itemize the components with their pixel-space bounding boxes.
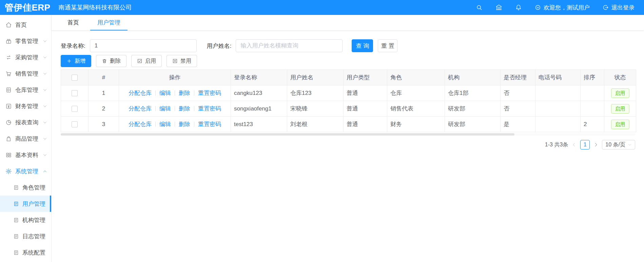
sidebar-item-label: 仓库管理 — [15, 86, 43, 94]
row-checkbox[interactable] — [72, 121, 78, 127]
op-assign-warehouse-link[interactable]: 分配仓库 — [129, 89, 152, 97]
sidebar-item-basedata[interactable]: 基本资料 — [0, 147, 51, 163]
doc-icon — [13, 217, 19, 223]
row-checkbox[interactable] — [72, 106, 78, 112]
row-checkbox[interactable] — [72, 90, 78, 96]
col-header-status: 状态 — [604, 70, 636, 85]
chevron-left-icon[interactable] — [572, 142, 577, 147]
add-button[interactable]: 新增 — [61, 55, 91, 67]
cell-phone — [535, 117, 581, 132]
sidebar-item-purchase[interactable]: 采购管理 — [0, 49, 51, 65]
purchase-icon — [5, 54, 12, 61]
cell-ops: 分配仓库编辑删除重置密码 — [119, 85, 231, 101]
app-logo: 管伊佳ERP — [0, 2, 55, 14]
sidebar-item-finance[interactable]: 财务管理 — [0, 98, 51, 114]
col-header-sort: 排序 — [581, 70, 604, 85]
table-header-row: #操作登录名称用户姓名用户类型角色机构是否经理电话号码排序状态 — [61, 70, 636, 85]
cell-role: 仓库 — [387, 85, 445, 101]
op-assign-warehouse-link[interactable]: 分配仓库 — [129, 105, 152, 113]
cell-num: 1 — [89, 85, 119, 101]
op-edit-link[interactable]: 编辑 — [159, 89, 171, 97]
cell-manager: 否 — [501, 101, 535, 117]
chevron-down-icon — [43, 104, 47, 108]
enable-button[interactable]: 启用 — [131, 55, 162, 67]
col-header-type: 用户类型 — [344, 70, 387, 85]
cell-sort — [581, 85, 604, 101]
cell-manager: 否 — [501, 85, 535, 101]
status-badge: 启用 — [611, 104, 629, 114]
search-icon[interactable] — [476, 4, 483, 11]
sidebar-item-label: 报表查询 — [15, 119, 43, 126]
sidebar-item-system[interactable]: 系统管理 — [0, 163, 51, 179]
sidebar-item-config[interactable]: 系统配置 — [0, 244, 51, 261]
toolbar: 新增删除启用禁用 — [61, 55, 635, 67]
cell-type: 普通 — [344, 117, 387, 132]
select-all-checkbox[interactable] — [72, 75, 78, 81]
op-separator — [175, 122, 175, 127]
page-size-select[interactable]: 10 条/页 — [602, 140, 635, 149]
sidebar-item-warehouse[interactable]: 仓库管理 — [0, 82, 51, 98]
chevron-down-icon — [43, 72, 47, 76]
page-number-button[interactable]: 1 — [580, 140, 590, 149]
x-square-icon — [172, 58, 178, 64]
cell-login: test123 — [231, 117, 287, 132]
reset-button[interactable]: 重 置 — [378, 39, 397, 52]
op-delete-link[interactable]: 删除 — [179, 120, 190, 128]
chevron-down-icon — [43, 153, 47, 157]
op-edit-link[interactable]: 编辑 — [159, 105, 171, 113]
login-name-input[interactable] — [90, 39, 197, 52]
logout-icon — [603, 4, 609, 11]
bank-icon[interactable] — [495, 4, 502, 11]
sidebar-item-label: 商品管理 — [15, 135, 43, 143]
sidebar-item-label: 用户管理 — [22, 200, 47, 208]
main-area: 首页用户管理 登录名称: 用户姓名: 查 询 重 置 新增删除启用禁用 #操作登… — [52, 15, 644, 262]
tab-home[interactable]: 首页 — [58, 15, 88, 30]
company-name: 南通某某网络科技有限公司 — [58, 3, 132, 12]
sidebar-item-role[interactable]: 角色管理 — [0, 179, 51, 196]
logout-button[interactable]: 退出登录 — [603, 4, 635, 12]
cell-org: 研发部 — [445, 117, 501, 132]
cell-status: 启用 — [604, 85, 636, 101]
tab-user-management[interactable]: 用户管理 — [88, 15, 130, 30]
user-menu[interactable]: 欢迎您，测试用户 — [535, 4, 590, 12]
cell-login: cangku123 — [231, 85, 287, 101]
sidebar-item-label: 机构管理 — [22, 216, 47, 224]
op-delete-link[interactable]: 删除 — [179, 89, 190, 97]
search-button[interactable]: 查 询 — [352, 39, 373, 52]
sidebar-item-log[interactable]: 日志管理 — [0, 228, 51, 244]
op-separator — [175, 106, 175, 111]
op-delete-link[interactable]: 删除 — [179, 105, 190, 113]
op-reset-password-link[interactable]: 重置密码 — [198, 120, 221, 128]
user-name-input[interactable] — [236, 39, 343, 52]
warehouse-icon — [5, 87, 12, 93]
bell-icon[interactable] — [515, 4, 522, 11]
sidebar-menu: 首页零售管理采购管理销售管理仓库管理财务管理报表查询商品管理基本资料系统管理角色… — [0, 17, 51, 261]
op-assign-warehouse-link[interactable]: 分配仓库 — [129, 120, 152, 128]
sidebar-item-sales[interactable]: 销售管理 — [0, 65, 51, 82]
sidebar-item-user[interactable]: 用户管理 — [0, 196, 51, 212]
status-badge: 启用 — [611, 120, 629, 129]
delete-button[interactable]: 删除 — [96, 55, 126, 67]
table-row: 3分配仓库编辑删除重置密码test123刘老根普通财务研发部是2启用 — [61, 117, 636, 132]
sidebar-item-label: 采购管理 — [15, 54, 43, 61]
cell-ops: 分配仓库编辑删除重置密码 — [119, 117, 231, 132]
sidebar-item-goods[interactable]: 商品管理 — [0, 130, 51, 147]
content-area: 登录名称: 用户姓名: 查 询 重 置 新增删除启用禁用 #操作登录名称用户姓名… — [52, 31, 644, 262]
welcome-text: 欢迎您，测试用户 — [544, 4, 590, 12]
pagination: 1-3 共3条 1 10 条/页 — [61, 140, 635, 149]
cell-login: songxiaofeng1 — [231, 101, 287, 117]
col-header-name: 用户姓名 — [287, 70, 344, 85]
disable-button[interactable]: 禁用 — [167, 55, 197, 67]
op-reset-password-link[interactable]: 重置密码 — [198, 89, 221, 97]
horizontal-scrollbar-thumb[interactable] — [61, 133, 514, 136]
sidebar-item-home[interactable]: 首页 — [0, 17, 51, 33]
sidebar-item-org[interactable]: 机构管理 — [0, 212, 51, 228]
sidebar-item-retail[interactable]: 零售管理 — [0, 33, 51, 49]
chevron-right-icon[interactable] — [593, 142, 598, 147]
op-reset-password-link[interactable]: 重置密码 — [198, 105, 221, 113]
sidebar-item-label: 系统管理 — [15, 167, 43, 175]
op-edit-link[interactable]: 编辑 — [159, 120, 171, 128]
sidebar-item-report[interactable]: 报表查询 — [0, 114, 51, 130]
filter-row: 登录名称: 用户姓名: 查 询 重 置 — [61, 39, 635, 52]
cell-name: 仓库123 — [287, 85, 344, 101]
